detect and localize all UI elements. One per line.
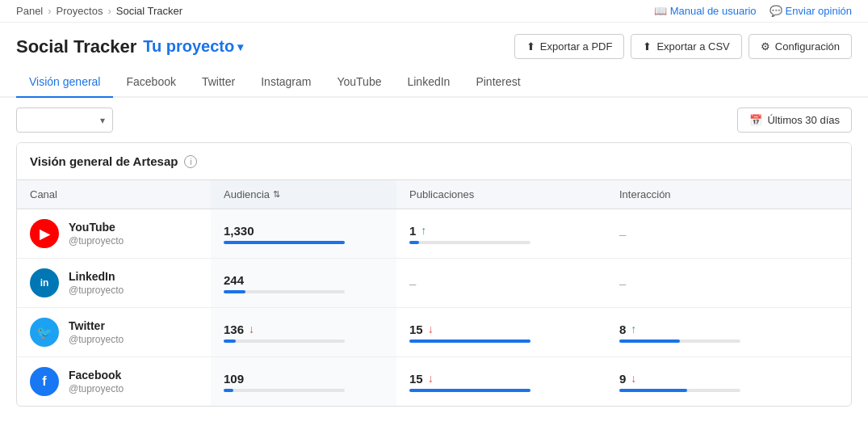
interaction-value: 9 ↓: [619, 372, 838, 386]
channel-name: YouTube: [69, 221, 124, 234]
interaction-cell: –: [606, 209, 851, 259]
feedback-link[interactable]: 💬 Enviar opinión: [769, 5, 852, 17]
chevron-down-icon: ▾: [237, 40, 243, 53]
channel-handle: @tuproyecto: [69, 285, 124, 296]
metric-bar: [409, 339, 530, 343]
interaction-value: 8 ↑: [619, 323, 838, 336]
gear-icon: ⚙: [761, 40, 770, 53]
page-header: Social Tracker Tu proyecto ▾ ⬆ Exportar …: [0, 23, 868, 67]
publications-cell: 15 ↓: [396, 357, 606, 407]
metric-bar-bg: [619, 389, 740, 392]
top-actions: 📖 Manual de usuario 💬 Enviar opinión: [654, 5, 852, 17]
channel-handle: @tuproyecto: [69, 235, 124, 247]
tab-instagram[interactable]: Instagram: [248, 67, 324, 98]
config-label: Configuración: [775, 40, 840, 53]
overview-header: Visión general de Artesap i: [17, 143, 851, 180]
metric-bar-bg: [224, 290, 345, 293]
tab-twitter[interactable]: Twitter: [189, 67, 248, 98]
date-filter-button[interactable]: 📅 Últimos 30 días: [737, 108, 852, 133]
metric-bar-bg: [224, 389, 345, 392]
tab-facebook[interactable]: Facebook: [113, 67, 188, 98]
interaction-cell: –: [606, 259, 851, 308]
comment-icon: 💬: [769, 5, 782, 17]
channel-handle: @tuproyecto: [69, 383, 124, 394]
breadcrumb-sep-1: ›: [48, 5, 51, 17]
publications-cell: 15 ↓: [396, 308, 606, 357]
trend-down-icon: ↓: [428, 372, 434, 385]
col-header-audiencia[interactable]: Audiencia ⇅: [211, 180, 396, 209]
manual-label: Manual de usuario: [670, 5, 757, 17]
table-row: ▶ YouTube @tuproyecto 1,330: [17, 209, 851, 259]
metric-bar-bg: [224, 339, 345, 343]
overview-title: Visión general de Artesap: [30, 154, 178, 168]
upload-icon: ⬆: [526, 40, 535, 53]
interaction-dash: –: [619, 276, 626, 290]
breadcrumb-panel[interactable]: Panel: [16, 5, 43, 17]
publications-value: 15 ↓: [409, 372, 593, 386]
audience-value: 136 ↓: [224, 323, 384, 336]
tab-pinterest[interactable]: Pinterest: [463, 67, 533, 98]
top-bar: Panel › Proyectos › Social Tracker 📖 Man…: [0, 0, 868, 23]
tab-youtube[interactable]: YouTube: [324, 67, 394, 98]
audience-cell: 136 ↓: [211, 308, 396, 357]
channel-name: Twitter: [69, 319, 124, 332]
table-row: f Facebook @tuproyecto 109: [17, 357, 851, 407]
interaction-cell: 8 ↑: [606, 308, 851, 357]
channel-cell-youtube: ▶ YouTube @tuproyecto: [17, 209, 211, 259]
manual-link[interactable]: 📖 Manual de usuario: [654, 5, 757, 17]
info-icon[interactable]: i: [184, 155, 197, 168]
channel-select-wrapper: [16, 108, 113, 133]
twitter-icon: 🐦: [30, 318, 59, 347]
metric-bar: [409, 389, 530, 392]
metric-bar: [619, 339, 680, 343]
export-csv-button[interactable]: ⬆ Exportar a CSV: [631, 34, 741, 59]
metric-bar: [224, 241, 345, 244]
trend-down-icon: ↓: [249, 323, 254, 335]
breadcrumb-current: Social Tracker: [116, 5, 182, 17]
trend-up-icon: ↑: [631, 323, 636, 335]
trend-up-icon: ↑: [421, 224, 426, 237]
breadcrumb: Panel › Proyectos › Social Tracker: [16, 5, 182, 17]
table-row: 🐦 Twitter @tuproyecto 136 ↓: [17, 308, 851, 357]
data-table: Canal Audiencia ⇅ Publicaciones Interacc…: [17, 180, 851, 406]
breadcrumb-sep-2: ›: [107, 5, 111, 17]
tabs: Visión general Facebook Twitter Instagra…: [0, 67, 868, 98]
export-pdf-button[interactable]: ⬆ Exportar a PDF: [514, 34, 625, 59]
metric-bar: [224, 290, 245, 293]
metric-bar-bg: [409, 339, 530, 343]
book-icon: 📖: [654, 5, 667, 17]
trend-down-icon: ↓: [428, 323, 434, 335]
audience-cell: 1,330: [211, 209, 396, 259]
breadcrumb-projects[interactable]: Proyectos: [57, 5, 103, 17]
project-selector[interactable]: Tu proyecto ▾: [143, 37, 243, 56]
audience-cell: 109: [211, 357, 396, 407]
linkedin-icon: in: [30, 268, 59, 297]
channel-cell-linkedin: in LinkedIn @tuproyecto: [17, 259, 211, 308]
export-csv-label: Exportar a CSV: [656, 40, 729, 53]
project-name: Tu proyecto: [143, 37, 234, 56]
audience-value: 244: [224, 273, 384, 287]
publications-cell: 1 ↑: [396, 209, 606, 259]
publications-dash: –: [409, 276, 416, 290]
audience-value: 109: [224, 372, 384, 386]
tab-linkedin[interactable]: LinkedIn: [394, 67, 463, 98]
toolbar: 📅 Últimos 30 días: [0, 98, 868, 142]
interaction-cell: 9 ↓: [606, 357, 851, 407]
tab-vision-general[interactable]: Visión general: [16, 67, 113, 98]
overview-section: Visión general de Artesap i Canal Audien…: [16, 142, 852, 407]
publications-value: 15 ↓: [409, 323, 593, 336]
col-header-canal: Canal: [17, 180, 211, 209]
youtube-icon: ▶: [30, 219, 59, 248]
table-header-row: Canal Audiencia ⇅ Publicaciones Interacc…: [17, 180, 851, 209]
upload-icon-2: ⬆: [643, 40, 652, 53]
config-button[interactable]: ⚙ Configuración: [748, 34, 852, 59]
publications-value: 1 ↑: [409, 224, 593, 238]
channel-cell-facebook: f Facebook @tuproyecto: [17, 357, 211, 407]
header-actions: ⬆ Exportar a PDF ⬆ Exportar a CSV ⚙ Conf…: [514, 34, 852, 59]
sort-icon: ⇅: [273, 189, 280, 200]
interaction-dash: –: [619, 227, 626, 241]
channel-select[interactable]: [16, 108, 113, 133]
page-title: Social Tracker: [16, 36, 136, 57]
metric-bar-bg: [224, 241, 345, 244]
metric-bar: [224, 339, 236, 343]
